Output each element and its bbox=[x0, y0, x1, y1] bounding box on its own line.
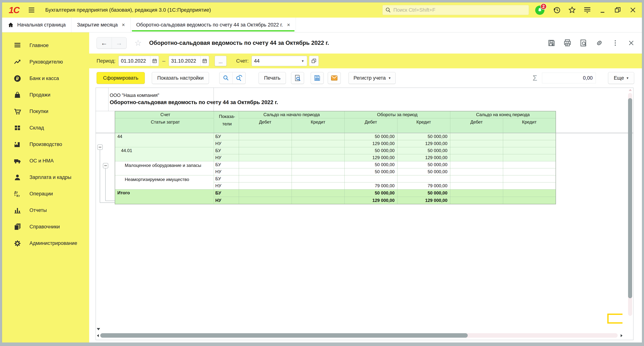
app-window: 1С Бухгалтерия предприятия (базовая), ре… bbox=[2, 2, 642, 342]
ruble-coin-icon: ₽ bbox=[14, 75, 21, 82]
sidebar-item-spravochniki[interactable]: Справочники bbox=[2, 219, 89, 235]
scroll-left-arrow[interactable] bbox=[97, 334, 99, 337]
tab-report-active[interactable]: Оборотно-сальдовая ведомость по счету 44… bbox=[131, 17, 296, 32]
table-row[interactable]: Неамортизируемое имущество БУ bbox=[115, 175, 556, 182]
find-next-icon[interactable] bbox=[232, 72, 246, 84]
header-articles: Статьи затрат bbox=[115, 118, 214, 133]
history-icon[interactable] bbox=[552, 6, 561, 14]
tab-home[interactable]: Начальная страница bbox=[2, 17, 71, 32]
svg-text:Кт: Кт bbox=[16, 194, 20, 197]
report-sheet-title: Оборотно-сальдовая ведомость по счету 44… bbox=[110, 99, 278, 105]
sidebar-item-administrirovanie[interactable]: Администрирование bbox=[2, 235, 89, 252]
calendar-icon[interactable] bbox=[200, 56, 209, 66]
period-from-value[interactable]: 01.10.2022 bbox=[119, 58, 150, 64]
minimize-icon[interactable] bbox=[598, 6, 607, 14]
horizontal-scroll-track[interactable] bbox=[100, 333, 618, 338]
calendar-icon[interactable] bbox=[150, 56, 159, 66]
link-icon[interactable] bbox=[595, 38, 604, 47]
row-grouping-tree[interactable] bbox=[96, 133, 115, 251]
print-button[interactable]: Печать bbox=[258, 72, 286, 84]
period-options-button[interactable]: ... bbox=[215, 56, 226, 66]
horizontal-scroll-thumb[interactable] bbox=[100, 333, 468, 338]
table-total-row[interactable]: Итого БУ 50 000,00 50 000,00 bbox=[115, 189, 556, 197]
register-label: Регистр учета bbox=[354, 75, 386, 81]
print-icon[interactable] bbox=[563, 38, 572, 47]
account-value[interactable]: 44 bbox=[252, 58, 298, 64]
app-title: Бухгалтерия предприятия (базовая), редак… bbox=[45, 7, 211, 13]
register-button[interactable]: Регистр учета ▾ bbox=[348, 72, 396, 84]
scroll-up-arrow[interactable] bbox=[629, 89, 632, 91]
sidebar-item-rukovoditelyu[interactable]: Руководителю bbox=[2, 54, 89, 70]
save-blue-icon[interactable] bbox=[311, 72, 324, 84]
period-to-field[interactable]: 31.10.2022 bbox=[169, 56, 209, 66]
horizontal-scrollbar[interactable] bbox=[97, 333, 625, 339]
account-dropdown-icon[interactable]: ▾ bbox=[298, 56, 307, 66]
restore-icon[interactable] bbox=[614, 6, 622, 14]
table-row[interactable]: 44 БУ 50 000,00 50 000,00 bbox=[115, 133, 556, 140]
tab-month-closing[interactable]: Закрытие месяца × bbox=[71, 17, 131, 32]
show-settings-button[interactable]: Показать настройки bbox=[152, 72, 209, 84]
table-row[interactable]: Малоценное оборудование и запасы БУ 50 0… bbox=[115, 161, 556, 168]
sidebar-item-sklad[interactable]: Склад bbox=[2, 120, 89, 136]
generate-button[interactable]: Сформировать bbox=[96, 72, 145, 84]
osv-table[interactable]: Счет Показа-тели Сальдо на начало период… bbox=[115, 111, 556, 204]
sidebar-item-zarplata-kadry[interactable]: Зарплата и кадры bbox=[2, 169, 89, 186]
row-label[interactable]: 44 bbox=[115, 133, 214, 147]
global-search[interactable] bbox=[382, 5, 529, 15]
row-label[interactable]: Малоценное оборудование и запасы bbox=[115, 161, 214, 175]
find-icon[interactable] bbox=[220, 72, 232, 84]
sidebar-item-proizvodstvo[interactable]: Производство bbox=[2, 136, 89, 153]
row-label[interactable]: 44.01 bbox=[115, 147, 214, 161]
sidebar-item-operacii[interactable]: ДтКт Операции bbox=[2, 186, 89, 202]
find-buttons-group bbox=[219, 72, 246, 84]
tab-label: Оборотно-сальдовая ведомость по счету 44… bbox=[136, 22, 283, 28]
spreadsheet[interactable]: ООО "Наша компания" Оборотно-сальдовая в… bbox=[96, 88, 633, 340]
close-document-icon[interactable] bbox=[627, 38, 636, 47]
report-toolbar: Сформировать Показать настройки Печать bbox=[89, 68, 642, 88]
vertical-scrollbar[interactable] bbox=[628, 89, 632, 323]
favorites-star-icon[interactable] bbox=[568, 6, 576, 14]
forward-button[interactable]: → bbox=[112, 37, 126, 48]
scroll-down-arrow[interactable] bbox=[97, 328, 100, 330]
header-credit: Кредит bbox=[503, 118, 556, 133]
sidebar-item-bank-kassa[interactable]: ₽ Банк и касса bbox=[2, 70, 89, 87]
menu-lines-icon bbox=[14, 42, 21, 49]
autosum-field[interactable]: 0,00 bbox=[542, 73, 596, 83]
period-from-field[interactable]: 01.10.2022 bbox=[118, 56, 159, 66]
tab-close-icon[interactable]: × bbox=[287, 22, 290, 28]
account-label: Счет: bbox=[236, 58, 248, 64]
row-label[interactable]: Неамортизируемое имущество bbox=[115, 175, 214, 189]
print-preview-icon[interactable] bbox=[291, 72, 304, 84]
sidebar-item-prodazhi[interactable]: Продажи bbox=[2, 87, 89, 103]
vertical-scroll-thumb[interactable] bbox=[628, 98, 632, 298]
home-icon bbox=[8, 22, 14, 28]
period-to-value[interactable]: 31.10.2022 bbox=[169, 58, 200, 64]
more-dots-icon[interactable] bbox=[611, 38, 620, 47]
table-header-row: Счет Показа-тели Сальдо на начало период… bbox=[115, 111, 556, 118]
sidebar-item-pokupki[interactable]: Покупки bbox=[2, 103, 89, 120]
active-tab-underline bbox=[132, 30, 294, 31]
header-credit: Кредит bbox=[397, 118, 450, 133]
1c-logo-icon: 1С bbox=[9, 5, 19, 15]
tab-close-icon[interactable]: × bbox=[122, 22, 125, 28]
hamburger-menu-icon[interactable] bbox=[27, 6, 36, 14]
save-icon[interactable] bbox=[547, 38, 556, 47]
main-menu-icon[interactable] bbox=[583, 6, 592, 14]
scroll-right-arrow[interactable] bbox=[621, 334, 622, 337]
sidebar-item-otchety[interactable]: Отчеты bbox=[2, 202, 89, 219]
account-field[interactable]: 44 ▾ bbox=[252, 56, 307, 66]
email-icon[interactable] bbox=[328, 72, 341, 84]
close-window-icon[interactable] bbox=[628, 6, 637, 14]
more-button[interactable]: Еще ▾ bbox=[608, 72, 634, 84]
search-input[interactable] bbox=[393, 7, 526, 13]
notifications-button[interactable]: 2 bbox=[535, 5, 546, 15]
open-account-button[interactable] bbox=[309, 56, 319, 66]
tab-bar: Начальная страница Закрытие месяца × Обо… bbox=[2, 17, 642, 32]
sidebar-item-glavnoe[interactable]: Главное bbox=[2, 37, 89, 54]
notification-badge: 2 bbox=[540, 3, 547, 10]
back-button[interactable]: ← bbox=[97, 37, 112, 48]
preview-icon[interactable] bbox=[579, 38, 588, 47]
sidebar-item-os-nma[interactable]: ОС и НМА bbox=[2, 153, 89, 169]
favorite-star-icon[interactable]: ☆ bbox=[134, 39, 142, 47]
table-row[interactable]: 44.01 БУ 50 000,00 50 000,00 bbox=[115, 147, 556, 154]
